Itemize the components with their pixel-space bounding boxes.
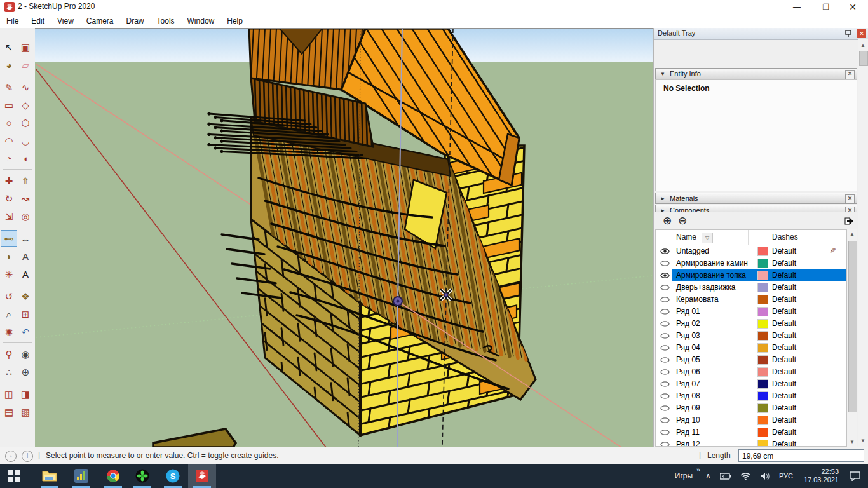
tag-row-9[interactable]: Ряд 04 Default ✎ — [656, 342, 846, 354]
tool-rotate[interactable]: ↻ — [1, 190, 17, 207]
tag-dashes-value[interactable]: Default — [772, 319, 796, 328]
visibility-eye-icon[interactable] — [660, 441, 670, 447]
tool-tape-measure[interactable]: ⊷ — [1, 230, 17, 247]
tag-row-12[interactable]: Ряд 07 Default ✎ — [656, 378, 846, 390]
tag-row-5[interactable]: Керамовата Default ✎ — [656, 294, 846, 306]
minimize-button[interactable]: — — [784, 0, 810, 14]
menu-tools[interactable]: Tools — [151, 14, 181, 28]
tag-row-8[interactable]: Ряд 03 Default ✎ — [656, 330, 846, 342]
start-button[interactable] — [0, 464, 28, 488]
battery-icon[interactable] — [720, 473, 731, 480]
tool-rectangle[interactable]: ▭ — [1, 97, 17, 113]
tag-color-swatch[interactable] — [757, 379, 768, 389]
taskbar-app-stats[interactable] — [67, 464, 95, 488]
visibility-eye-icon[interactable] — [660, 417, 670, 424]
tag-row-14[interactable]: Ряд 09 Default ✎ — [656, 402, 846, 414]
info-icon[interactable]: i — [22, 451, 33, 462]
tag-dashes-value[interactable]: Default — [772, 343, 796, 352]
visibility-eye-icon[interactable] — [660, 272, 670, 279]
tool-zoom-extents[interactable]: ✺ — [1, 323, 17, 340]
pencil-icon[interactable]: ✎ — [828, 247, 837, 254]
visibility-eye-icon[interactable] — [660, 344, 670, 351]
column-header-name[interactable]: Name — [676, 233, 696, 241]
tool-arc-3pt[interactable]: ◡ — [17, 132, 34, 149]
tag-dashes-value[interactable]: Default — [772, 403, 796, 412]
scroll-up-icon[interactable]: ▲ — [858, 43, 868, 48]
tag-details-arrow-icon[interactable] — [844, 217, 855, 226]
tool-axes[interactable]: ✳ — [1, 266, 17, 282]
tag-color-swatch[interactable] — [757, 343, 768, 353]
menu-file[interactable]: File — [0, 14, 25, 28]
panel-close-icon[interactable]: ✕ — [845, 194, 855, 204]
tool-zoom[interactable]: ⌕ — [1, 306, 17, 322]
tag-row-15[interactable]: Ряд 10 Default ✎ — [656, 414, 846, 426]
tag-dashes-value[interactable]: Default — [772, 391, 796, 400]
scroll-up-icon[interactable]: ▲ — [847, 231, 857, 237]
tool-push-pull[interactable]: ⇧ — [17, 172, 34, 189]
tool-text[interactable]: A — [17, 248, 34, 264]
visibility-eye-icon[interactable] — [660, 405, 670, 412]
tag-color-swatch[interactable] — [757, 428, 768, 437]
tool-arc[interactable]: ◔ — [1, 150, 17, 166]
tool-protractor[interactable]: ◗ — [1, 248, 17, 264]
visibility-eye-icon[interactable] — [660, 356, 670, 363]
clock[interactable]: 22:53 17.03.2021 — [804, 468, 839, 484]
visibility-eye-icon[interactable] — [660, 393, 670, 400]
tool-select[interactable]: ↖ — [1, 39, 17, 55]
scrollbar-thumb[interactable] — [848, 241, 857, 412]
tool-pan[interactable]: ❖ — [17, 288, 34, 304]
taskbar-app-chrome[interactable] — [99, 464, 127, 488]
scroll-down-icon[interactable]: ▼ — [858, 438, 868, 444]
volume-icon[interactable] — [760, 472, 770, 480]
tag-row-4[interactable]: Дверь+задвижка Default ✎ — [656, 281, 846, 294]
tag-color-swatch[interactable] — [757, 391, 768, 401]
tag-color-swatch[interactable] — [757, 355, 768, 365]
menu-help[interactable]: Help — [220, 14, 249, 28]
tool-follow-me[interactable]: ↝ — [17, 190, 34, 207]
visibility-eye-icon[interactable] — [660, 381, 670, 388]
tool-turn[interactable]: ⊕ — [17, 363, 34, 380]
menu-view[interactable]: View — [51, 14, 80, 28]
tool-walk[interactable]: ∴ — [1, 363, 17, 380]
tag-dashes-value[interactable]: Default — [772, 428, 796, 437]
remove-tag-button[interactable]: ⊖ — [678, 212, 687, 229]
tool-previous[interactable]: ↶ — [17, 323, 34, 340]
taskbar-app-explorer[interactable] — [36, 464, 64, 488]
tag-dashes-value[interactable]: Default — [772, 440, 796, 447]
menu-camera[interactable]: Camera — [80, 14, 120, 28]
menu-draw[interactable]: Draw — [120, 14, 151, 28]
pin-icon[interactable] — [844, 30, 852, 37]
tag-dashes-value[interactable]: Default — [772, 259, 796, 268]
tag-dashes-value[interactable]: Default — [772, 247, 796, 255]
tool-zoom-window[interactable]: ⊞ — [17, 306, 34, 322]
tag-row-3[interactable]: Армирование топка Default ✎ — [656, 269, 846, 281]
visibility-eye-icon[interactable] — [660, 320, 670, 327]
tag-row-1[interactable]: Untagged Default ✎ — [656, 245, 846, 257]
tag-dashes-value[interactable]: Default — [772, 283, 796, 292]
tag-color-swatch[interactable] — [757, 367, 768, 377]
tray-scrollbar[interactable]: ▲ ▼ — [858, 39, 868, 447]
tag-row-2[interactable]: Армирование камин Default ✎ — [656, 257, 846, 269]
panel-header-entity-info[interactable]: ▼ Entity Info ✕ — [655, 68, 857, 79]
tool-eraser[interactable]: ▱ — [17, 57, 34, 73]
tool-offset[interactable]: ◎ — [17, 208, 34, 224]
tag-color-swatch[interactable] — [757, 271, 768, 280]
tool-position-camera[interactable]: ⚲ — [1, 346, 17, 362]
tool-line[interactable]: ✎ — [1, 79, 17, 95]
taskbar-app-skype[interactable]: S — [159, 464, 187, 488]
tag-color-swatch[interactable] — [757, 319, 768, 329]
tool-look-around[interactable]: ◉ — [17, 346, 34, 362]
visibility-eye-icon[interactable] — [660, 429, 670, 436]
tag-dashes-value[interactable]: Default — [772, 331, 796, 340]
tag-color-swatch[interactable] — [757, 440, 768, 447]
tool-section-plane[interactable]: ◫ — [1, 386, 17, 402]
visibility-eye-icon[interactable] — [660, 260, 670, 267]
tool-rotated-rectangle[interactable]: ◇ — [17, 97, 34, 113]
panel-close-icon[interactable]: ✕ — [845, 70, 855, 79]
scrollbar-thumb[interactable] — [859, 51, 868, 66]
action-center-icon[interactable] — [850, 471, 860, 481]
tag-color-swatch[interactable] — [757, 247, 768, 256]
tool-freehand[interactable]: ∿ — [17, 79, 34, 95]
tag-dashes-value[interactable]: Default — [772, 307, 796, 316]
tag-color-swatch[interactable] — [757, 331, 768, 341]
